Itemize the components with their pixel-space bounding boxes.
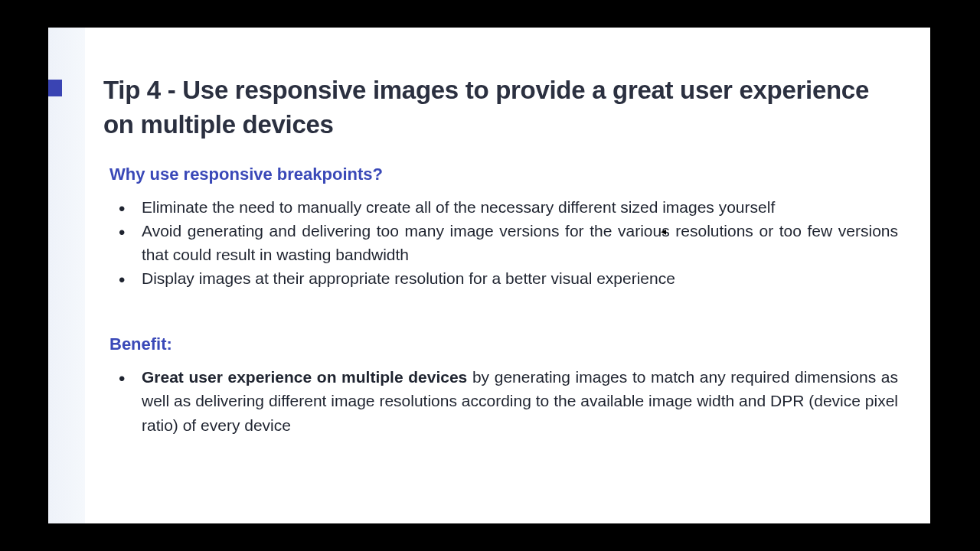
section-heading-benefit: Benefit:: [103, 334, 898, 354]
list-item: Display images at their appropriate reso…: [119, 266, 898, 290]
accent-block: [48, 80, 62, 96]
why-bullet-list: Eliminate the need to manually create al…: [103, 195, 898, 290]
slide-content: Tip 4 - Use responsive images to provide…: [85, 28, 930, 523]
benefit-bullet-list: Great user experience on multiple device…: [103, 365, 898, 436]
section-heading-why: Why use responsive breakpoints?: [103, 165, 898, 184]
slide-left-strip: [48, 28, 85, 523]
list-item: Great user experience on multiple device…: [119, 365, 898, 436]
benefit-strong-text: Great user experience on multiple device…: [142, 368, 467, 386]
list-item: Eliminate the need to manually create al…: [119, 195, 898, 219]
slide-title: Tip 4 - Use responsive images to provide…: [103, 73, 898, 142]
slide: Tip 4 - Use responsive images to provide…: [48, 28, 930, 523]
list-item: Avoid generating and delivering too many…: [119, 219, 898, 266]
